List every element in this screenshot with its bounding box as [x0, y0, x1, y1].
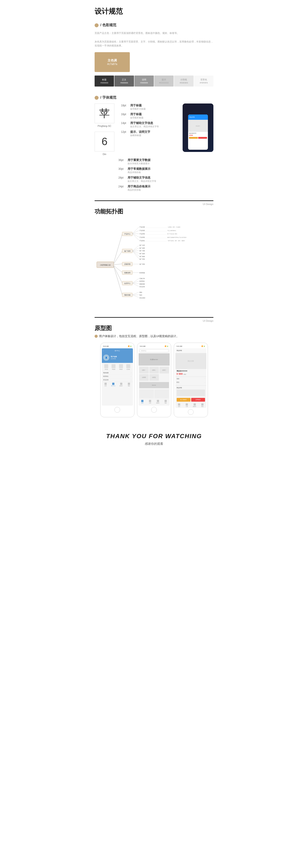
font-spec-row: 36pt用于重要文字数据如分详情页大数据显示 — [118, 158, 213, 165]
phone-home-btn-2 — [151, 407, 157, 413]
prototype-desc: 用户体验设计，包括交互流程、原型图，以及UI视觉稿的设计。 — [95, 334, 213, 338]
phone-time-3: 9:41 AM — [177, 345, 182, 347]
font-spec-row: 30pt用于常规数据展示商品详情价格 — [118, 167, 213, 174]
primary-color-label: 主色调 — [108, 59, 117, 63]
font-spec-row: 12pt提示、说明文字如模块标题 — [121, 130, 176, 137]
svg-text:电话: 电话 — [139, 294, 142, 296]
font-pt: 30pt — [118, 167, 125, 170]
swatch-hex: #E6E6E6 — [179, 82, 188, 84]
font-desc: 用于重要文字数据如分详情页大数据显示 — [128, 158, 150, 165]
pingfang-box: 苹 Pingfang-SC — [95, 103, 114, 127]
phone-home-btn-3 — [188, 409, 194, 415]
color-section-label: / 色彩规范 — [100, 23, 116, 28]
font-desc: 用于辅助文字信息如文章正文、商品详情文字等 — [130, 121, 159, 128]
svg-line-36 — [132, 251, 139, 256]
divider-2-label: UI Design — [203, 319, 213, 322]
main-title: 设计规范 — [95, 7, 213, 16]
typography-label: / 字体规范 — [100, 95, 116, 100]
prototype-section: 原型图 用户体验设计，包括交互流程、原型图，以及UI视觉稿的设计。 9:41 A… — [95, 324, 213, 417]
font-specs-left: 18pt用于标题如导航栏大标题16pt用于标题如导航栏标题14pt用于辅助文字信… — [121, 103, 176, 155]
font-spec-row: 14pt用于辅助文字信息如文章正文、商品详情文字等 — [121, 121, 176, 128]
color-swatch: 提示#CCCCCC — [154, 75, 174, 87]
primary-color-box: 主色调 #c7a87a — [95, 52, 130, 72]
svg-line-25 — [114, 251, 122, 264]
svg-line-28 — [132, 245, 139, 251]
mind-map-svg: 小程序商家入驻 产品中心 产品分级 一品商城、图书、行业服务 产品列表 产品上线… — [95, 220, 213, 312]
phone-mockup-home: 9:41 AM 📶🔋 搜索商品 轮播Banner — [137, 343, 171, 417]
svg-text:招募说明: 招募说明 — [124, 272, 131, 274]
pingfang-name: Pingfang-SC — [95, 125, 114, 127]
phone-home-btn-1 — [114, 407, 120, 413]
phone-time-2: 9:41 AM — [140, 345, 146, 347]
svg-text:超级产品模板IKVIP单位产品大型号显示: 超级产品模板IKVIP单位产品大型号显示 — [167, 237, 187, 238]
svg-text:推广分类: 推广分类 — [139, 244, 145, 246]
phone-time-1: 9:41 AM — [103, 345, 109, 347]
primary-color-hex: #c7a87a — [107, 63, 117, 66]
svg-text:单个产品生成二维码: 单个产品生成二维码 — [167, 233, 177, 235]
thank-you-en: THANK YOU FOR WATCHING — [95, 433, 213, 440]
swatch-label: 说明 — [142, 78, 146, 81]
divider-1-label: UI Design — [203, 203, 213, 206]
font-desc-sub: 商品详情价格 — [128, 171, 150, 174]
svg-line-17 — [132, 234, 139, 237]
swatch-label: 背景色 — [200, 78, 207, 81]
thank-you-section: THANK YOU FOR WATCHING 感谢你的观看 — [95, 424, 213, 450]
font-desc: 用于常规数据展示商品详情价格 — [128, 167, 150, 174]
font-demo-area: 苹 Pingfang-SC 6 Din 18pt用于标题如导航栏大标题16pt用… — [95, 103, 213, 155]
font-desc-main: 用于标题 — [130, 112, 143, 116]
font-desc-main: 用于辅助文字信息 — [130, 121, 159, 125]
divider-2: UI Design — [95, 317, 213, 322]
svg-text:产品详情: 产品详情 — [139, 237, 145, 238]
color-swatch: 说明#999999 — [134, 75, 154, 87]
product-screen: 商品详情 商品主图 商品名XXXXXX ¥ 999 原价 规格› 配送 — [175, 348, 206, 408]
phone-top-bar-3: 9:41 AM 📶🔋 — [175, 345, 206, 347]
svg-text:会员中心: 会员中心 — [124, 282, 131, 284]
svg-text:已购订单: 已购订单 — [139, 278, 145, 279]
svg-text:产品分级: 产品分级 — [139, 226, 145, 228]
svg-line-68 — [132, 295, 139, 298]
svg-line-64 — [132, 292, 139, 295]
typography-section: / 字体规范 苹 Pingfang-SC 6 Din — [95, 95, 213, 192]
svg-line-30 — [132, 248, 139, 251]
phone-mockups: 9:41 AM 📶🔋 用户中心 ‹ 👤 用户名称 — [95, 343, 213, 417]
svg-text:意见反馈: 意见反馈 — [139, 286, 145, 287]
svg-text:产品优化: 产品优化 — [139, 240, 145, 241]
font-spec-row: 16pt用于标题如导航栏标题 — [121, 112, 176, 119]
svg-text:推广管理: 推广管理 — [124, 250, 131, 252]
color-section-header: / 色彩规范 — [95, 23, 213, 28]
font-spec-row: 24pt用于商品价格展示商品列页价格 — [118, 185, 213, 192]
font-desc-main: 用于商品价格展示 — [128, 185, 150, 188]
svg-text:产品上线即展标识: 产品上线即展标识 — [167, 230, 176, 231]
user-center-screen: 用户中心 ‹ 👤 用户名称 会员等级 待付款 待发货 — [102, 348, 133, 406]
svg-line-55 — [132, 281, 139, 283]
font-desc: 用于辅助文字信息如文章正文、商品详情文字等 — [128, 176, 156, 183]
svg-text:一品商城、图书、行业服务: 一品商城、图书、行业服务 — [167, 226, 180, 228]
svg-text:推广设置: 推广设置 — [139, 253, 145, 254]
swatch-hex: #999999 — [140, 82, 148, 84]
font-desc-sub: 如文章正文、商品详情文字等 — [130, 125, 159, 128]
color-swatch: 正文#666666 — [114, 75, 134, 87]
font-pt: 24pt — [118, 185, 125, 188]
font-demo-left: 苹 Pingfang-SC 6 Din — [95, 103, 114, 155]
font-pt: 12pt — [121, 130, 128, 133]
din-name: Din — [95, 153, 114, 155]
color-swatch: 标题#333333 — [95, 75, 114, 87]
svg-text:店铺详情: 店铺详情 — [124, 264, 131, 265]
font-desc-sub: 商品列页价格 — [128, 188, 150, 192]
svg-line-45 — [114, 266, 122, 272]
svg-text:联系客服: 联系客服 — [139, 272, 145, 274]
divider-1: UI Design — [95, 200, 213, 206]
prototype-dot — [95, 335, 98, 338]
prototype-desc-text: 用户体验设计，包括交互流程、原型图，以及UI视觉稿的设计。 — [99, 334, 179, 338]
swatch-hex: #F8F8F8 — [200, 82, 208, 84]
font-specs-right: 36pt用于重要文字数据如分详情页大数据显示30pt用于常规数据展示商品详情价格… — [95, 158, 213, 192]
phone-icons-3: 📶🔋 — [202, 345, 205, 347]
din-box: 6 Din — [95, 132, 114, 155]
swatch-label: 正文 — [122, 78, 126, 81]
swatch-hex: #666666 — [121, 82, 128, 84]
font-specs-right-area: 36pt用于重要文字数据如分详情页大数据显示30pt用于常规数据展示商品详情价格… — [95, 158, 213, 192]
swatch-label: 标题 — [102, 78, 106, 81]
phone-icons-2: 📶🔋 — [165, 345, 168, 347]
svg-text:意见/投诉: 意见/投诉 — [139, 297, 145, 299]
color-desc1: 页面产品主色：主要用于页面顶部通栏背景色、图标选中颜色、规矩、标签等。 — [95, 31, 213, 35]
